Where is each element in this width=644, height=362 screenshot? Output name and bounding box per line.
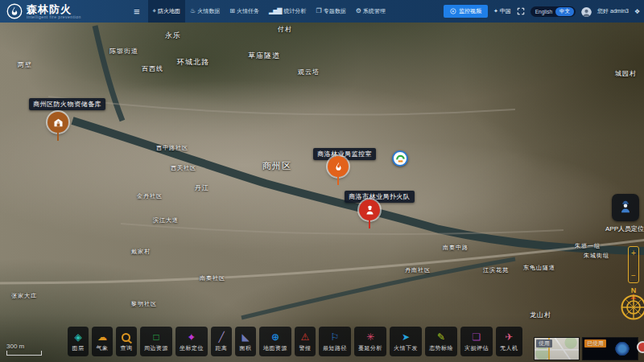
tool-label-14: 无人机 — [500, 344, 518, 352]
china-locator[interactable]: ✦ 中国 — [493, 7, 511, 15]
tool-coordinate[interactable]: ⌖坐标定位 — [175, 327, 208, 356]
tool-distance[interactable]: ╱距离 — [211, 327, 232, 356]
nav-item-label-fire-data: 火情数据 — [197, 7, 220, 15]
marker-pin-2[interactable] — [359, 200, 380, 228]
route-icon: ⚐ — [331, 332, 340, 343]
compass-control[interactable]: N — [615, 286, 644, 323]
nav-item-label-system: 系统管理 — [363, 7, 386, 15]
monitor-video-button[interactable]: 监控视频 — [444, 5, 488, 18]
nav-item-label-fire-map: 防火地图 — [158, 7, 180, 15]
app-personnel-button[interactable] — [612, 194, 639, 221]
tool-nearby[interactable]: □周边资源 — [140, 327, 172, 356]
place-label-25: 张家大庄 — [11, 292, 37, 300]
search-icon — [122, 333, 130, 342]
lang-chinese[interactable]: 中文 — [555, 7, 574, 16]
place-label-14: 滨江大道 — [153, 216, 179, 224]
tool-label-9: 最短路径 — [323, 344, 347, 352]
tool-plot[interactable]: ✎态势标绘 — [425, 327, 457, 356]
nav-item-stats[interactable]: ▂▅▇统计分析 — [264, 0, 311, 23]
officer-icon — [617, 200, 634, 216]
tool-spread[interactable]: ✳蔓延分析 — [354, 327, 386, 356]
tool-dispatch[interactable]: ➤火情下发 — [390, 327, 422, 356]
basemap-street-thumbnail[interactable]: 使用 — [534, 337, 580, 360]
drone-icon: ✈ — [505, 332, 513, 343]
nav-item-topic[interactable]: ❐专题数据 — [311, 0, 350, 23]
place-label-19: 朱塬一组 — [575, 242, 601, 250]
tool-label-0: 图层 — [72, 344, 85, 352]
tool-route[interactable]: ⚐最短路径 — [319, 327, 351, 356]
tool-assess-doc[interactable]: ❏灾损评估 — [460, 327, 493, 356]
globe-icon: ⊕ — [271, 332, 279, 343]
tool-label-4: 坐标定位 — [180, 344, 204, 352]
zoom-in-button[interactable]: + — [631, 249, 636, 257]
nearby-icon: □ — [153, 332, 159, 343]
exit-icon[interactable]: ❖ — [634, 8, 641, 15]
navbar-right: 监控视频 ✦ 中国 English 中文 您好 admin3 ❖ — [444, 5, 644, 18]
nav-item-fire-map[interactable]: ⌖防火地图 — [148, 0, 186, 23]
nav-item-label-stats: 统计分析 — [283, 7, 306, 15]
place-label-13: 金丹社区 — [137, 192, 163, 200]
place-label-2: 两壁 — [18, 60, 32, 69]
user-avatar[interactable] — [581, 6, 592, 17]
firefighter-icon — [359, 200, 380, 220]
area-icon: ◣ — [242, 332, 249, 343]
warehouse-icon — [47, 112, 68, 133]
layers-icon: ◈ — [74, 332, 81, 343]
bar-chart-icon: ▂▅▇ — [269, 8, 281, 14]
gear-icon: ⚙ — [356, 8, 361, 14]
book-icon: ❐ — [316, 8, 320, 14]
tool-globe[interactable]: ⊕地图资源 — [259, 327, 291, 356]
tool-weather-sat[interactable]: ☁气象 — [92, 327, 113, 356]
marker-logo-3[interactable] — [392, 150, 408, 167]
lang-english[interactable]: English — [535, 9, 552, 14]
marker-stem — [57, 132, 59, 141]
tool-label-7: 地图资源 — [263, 344, 287, 352]
marker-pin-1[interactable] — [328, 156, 349, 185]
map-scale: 300 m — [6, 343, 42, 356]
forest-fire-app: 森林防火 intelligent fire prevention ≡ ⌖防火地图… — [0, 0, 644, 362]
place-label-7: 观云塔 — [298, 68, 320, 76]
floating-action-button[interactable] — [637, 341, 644, 353]
app-title: 森林防火 — [27, 4, 81, 14]
fullscreen-icon[interactable] — [517, 7, 525, 15]
place-label-15: 南秦中路 — [443, 244, 469, 252]
place-label-5: 百西线 — [142, 64, 163, 73]
language-toggle[interactable]: English 中文 — [530, 6, 576, 17]
marker-label-0[interactable]: 商州区防火物资储备库 — [29, 98, 105, 110]
nav-item-fire-task[interactable]: ⊞火情任务 — [225, 0, 264, 23]
tool-area[interactable]: ◣面积 — [235, 327, 256, 356]
nav-item-fire-data[interactable]: ♨火情数据 — [185, 0, 225, 23]
place-label-21: 龙山村 — [530, 311, 551, 319]
tool-label-10: 蔓延分析 — [358, 344, 382, 352]
place-label-3: 陈塬街道 — [109, 47, 138, 56]
china-map-icon: ✦ — [493, 8, 498, 14]
hamburger-menu-icon[interactable]: ≡ — [134, 6, 140, 18]
flame-icon: ♨ — [190, 8, 195, 14]
flame-icon — [328, 156, 349, 177]
place-label-9: 西中路社区 — [156, 144, 188, 152]
zoom-control[interactable]: + − — [628, 246, 639, 283]
zoom-out-button[interactable]: − — [631, 272, 636, 280]
bottom-toolbar: ◈图层☁气象查询□周边资源⌖坐标定位╱距离◣面积⊕地图资源⚠警报⚐最短路径✳蔓延… — [68, 327, 522, 356]
app-logo: 森林防火 intelligent fire prevention — [0, 3, 119, 19]
app-subtitle: intelligent fire prevention — [27, 15, 81, 19]
nav-item-system[interactable]: ⚙系统管理 — [351, 0, 390, 23]
tool-layers[interactable]: ◈图层 — [68, 327, 89, 356]
nav-item-label-topic: 专题数据 — [324, 7, 346, 15]
marker-pin-0[interactable] — [47, 112, 68, 141]
satellite-map[interactable]: 永乐付村两壁陈塬街道环城北路百西线草庙隧道观云塔城园村西中路社区西关社区商州区丹… — [0, 23, 644, 362]
top-navbar: 森林防火 intelligent fire prevention ≡ ⌖防火地图… — [0, 0, 644, 23]
tool-label-13: 灾损评估 — [464, 344, 489, 352]
tool-search[interactable]: 查询 — [116, 327, 137, 356]
tool-label-11: 火情下发 — [394, 344, 418, 352]
scale-label: 300 m — [6, 343, 24, 350]
basemap-earth-thumbnail[interactable]: 已使用 — [582, 337, 638, 360]
dispatch-icon: ➤ — [402, 332, 410, 343]
place-label-22: 戴家村 — [131, 248, 151, 256]
plot-icon: ✎ — [437, 332, 445, 343]
tool-alert[interactable]: ⚠警报 — [295, 327, 316, 356]
alert-icon: ⚠ — [301, 332, 310, 343]
compass-north-label: N — [631, 286, 637, 294]
spread-icon: ✳ — [366, 332, 374, 343]
tool-drone[interactable]: ✈无人机 — [496, 327, 522, 356]
